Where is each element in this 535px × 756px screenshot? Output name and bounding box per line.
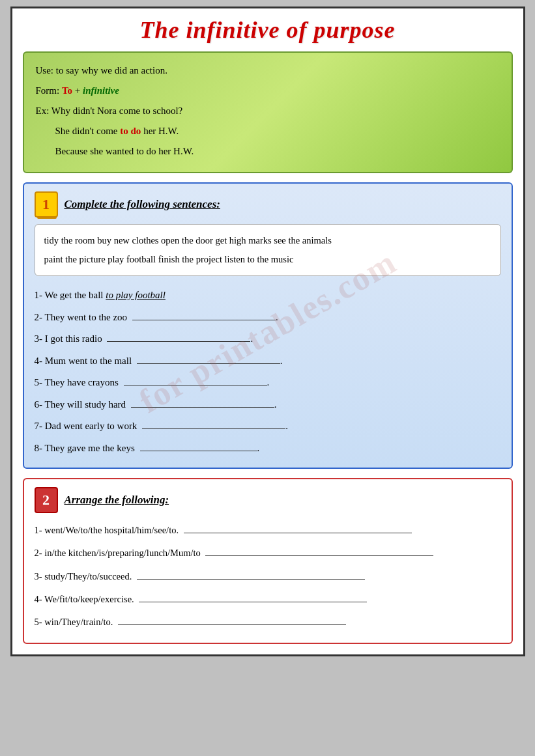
sentence-7-period: .: [285, 421, 288, 431]
grammar-form-to: To: [62, 85, 72, 96]
arrange-5-num: 5-: [35, 617, 45, 627]
sentence-2-num: 2-: [35, 312, 43, 322]
arrange-1-text: went/We/to/the hospital/him/see/to.: [44, 525, 179, 535]
sentence-8: 8- They gave me the keys .: [35, 438, 501, 459]
grammar-line5: Because she wanted to do her H.W.: [55, 143, 500, 160]
word-bank: tidy the room buy new clothes open the d…: [35, 224, 501, 276]
sentence-7-blank: [142, 428, 285, 429]
arrange-4-num: 4-: [35, 594, 42, 604]
grammar-infinitive: infinitive: [83, 85, 119, 96]
sentence-1: 1- We get the ball to play football: [35, 285, 501, 306]
sentence-2: 2- They went to the zoo .: [35, 307, 501, 328]
grammar-she-suffix: her H.W.: [141, 126, 179, 136]
arrange-5: 5- win/They/train/to.: [35, 611, 501, 633]
grammar-line1: Use: to say why we did an action.: [36, 62, 500, 79]
arrange-2: 2- in/the kitchen/is/preparing/lunch/Mum…: [35, 542, 501, 564]
exercise2-number-badge: 2: [35, 487, 58, 513]
sentence-6-period: .: [274, 399, 277, 410]
sentence-2-text: They went to the zoo: [44, 312, 127, 322]
exercise1-box: 1 Complete the following sentences: tidy…: [23, 182, 513, 469]
arrange-1-blank: [184, 533, 412, 533]
arrange-5-text: win/They/train/to.: [44, 617, 113, 627]
sentence-5-period: .: [267, 377, 270, 387]
arrange-1: 1- went/We/to/the hospital/him/see/to.: [35, 520, 501, 541]
sentence-8-num: 8-: [35, 443, 45, 453]
page-title: The infinitive of purpose: [23, 16, 513, 44]
arrange-sentences: 1- went/We/to/the hospital/him/see/to. 2…: [35, 520, 501, 634]
sentence-5-blank: [124, 385, 267, 385]
sentence-7-text: Dad went early to work: [45, 421, 137, 431]
arrange-5-blank: [118, 624, 346, 625]
grammar-todo-red: to do: [120, 126, 141, 136]
word-bank-row1: tidy the room buy new clothes open the d…: [44, 231, 491, 250]
sentence-6-num: 6-: [35, 399, 43, 410]
sentence-4-num: 4-: [35, 356, 45, 366]
arrange-2-num: 2-: [35, 548, 42, 558]
sentence-2-period: .: [276, 312, 278, 322]
exercise1-title: Complete the following sentences:: [65, 198, 220, 211]
sentence-3-blank: [107, 341, 250, 342]
sentence-8-text: They gave me the keys: [44, 443, 134, 453]
exercise1-number-badge: 1: [35, 191, 58, 217]
grammar-plus: +: [72, 85, 83, 96]
sentence-4: 4- Mum went to the mall .: [35, 351, 501, 372]
arrange-3-num: 3-: [35, 571, 45, 581]
sentence-6-text: They will study hard: [44, 399, 126, 410]
sentence-2-blank: [132, 320, 276, 320]
arrange-4-blank: [139, 602, 367, 602]
sentence-5: 5- They have crayons .: [35, 372, 501, 393]
grammar-line4: She didn't come to do her H.W.: [55, 122, 500, 140]
grammar-form-prefix: Form:: [36, 85, 62, 96]
exercise2-header: 2 Arrange the following:: [35, 487, 501, 513]
exercise1-sentences: 1- We get the ball to play football 2- T…: [35, 285, 501, 458]
sentence-5-num: 5-: [35, 377, 45, 387]
sentence-6-blank: [131, 407, 274, 408]
sentence-5-text: They have crayons: [44, 377, 118, 387]
sentence-4-text: Mum went to the mall: [45, 356, 132, 366]
sentence-4-blank: [137, 363, 280, 364]
arrange-2-text: in/the kitchen/is/preparing/lunch/Mum/to: [44, 548, 201, 558]
exercise2-title: Arrange the following:: [65, 494, 169, 507]
sentence-7: 7- Dad went early to work .: [35, 416, 501, 437]
sentence-4-period: .: [280, 356, 283, 366]
arrange-4: 4- We/fit/to/keep/exercise.: [35, 589, 501, 610]
exercise2-box: 2 Arrange the following: 1- went/We/to/t…: [23, 478, 513, 644]
sentence-3-num: 3-: [35, 333, 43, 344]
sentence-7-num: 7-: [35, 421, 43, 431]
sentence-8-blank: [140, 451, 257, 451]
grammar-box: Use: to say why we did an action. Form: …: [23, 51, 513, 173]
arrange-1-num: 1-: [35, 525, 42, 535]
arrange-3-blank: [137, 579, 365, 580]
sentence-3: 3- I got this radio .: [35, 329, 501, 350]
sentence-3-text: I got this radio: [45, 333, 102, 344]
grammar-line2: Form: To + infinitive: [36, 82, 500, 100]
sentence-1-num: 1-: [35, 290, 43, 300]
sentence-6: 6- They will study hard .: [35, 395, 501, 415]
arrange-3: 3- study/They/to/succeed.: [35, 566, 501, 587]
sentence-3-period: .: [250, 333, 253, 344]
exercise1-header: 1 Complete the following sentences:: [35, 191, 501, 217]
sentence-8-period: .: [257, 443, 260, 453]
grammar-line3: Ex: Why didn't Nora come to school?: [36, 102, 500, 120]
arrange-3-text: study/They/to/succeed.: [44, 571, 132, 581]
sentence-1-answer: to play football: [106, 290, 166, 300]
grammar-she-prefix: She didn't come: [55, 126, 121, 136]
arrange-4-text: We/fit/to/keep/exercise.: [44, 594, 134, 604]
sentence-1-text: We get the ball: [44, 290, 106, 300]
arrange-2-blank: [205, 555, 433, 556]
word-bank-row2: paint the picture play football finish t…: [44, 250, 491, 269]
page: for printables.com The infinitive of pur…: [10, 7, 525, 656]
